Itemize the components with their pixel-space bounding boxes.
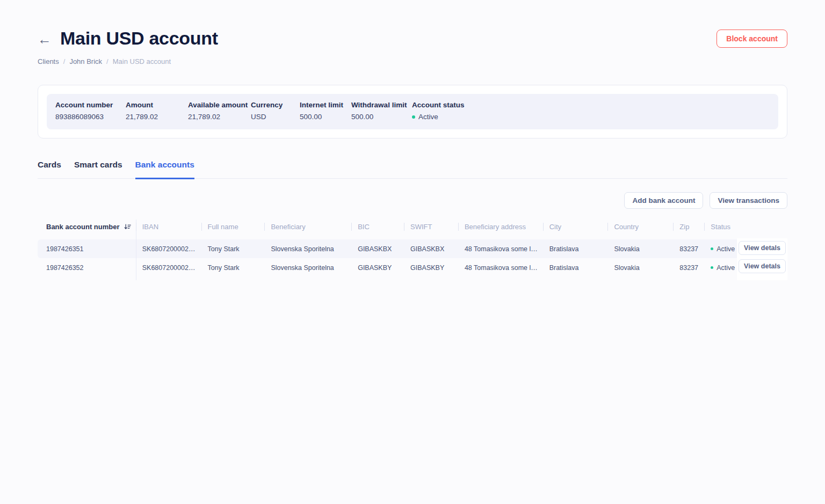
field-label: Account number: [55, 101, 126, 109]
add-bank-account-button[interactable]: Add bank account: [624, 192, 703, 209]
breadcrumb: Clients / John Brick / Main USD account: [38, 57, 787, 65]
field-value: 500.00: [351, 113, 412, 121]
table-header-row: Bank account number IBAN Full name Benef…: [38, 218, 787, 235]
account-detail-page: ← Main USD account Block account Clients…: [0, 28, 825, 277]
field-label: Amount: [126, 101, 188, 109]
cell-zip: 83237: [673, 245, 704, 253]
column-header-bic[interactable]: BIC: [351, 223, 404, 231]
field-value: USD: [251, 113, 300, 121]
field-value: 893886089063: [55, 113, 126, 121]
cell-beneficiary: Slovenska Sporitelna: [264, 264, 351, 272]
breadcrumb-clients[interactable]: Clients: [38, 57, 59, 65]
column-header-status[interactable]: Status: [704, 223, 787, 231]
account-summary-panel: Account number 893886089063 Amount 21,78…: [47, 94, 778, 129]
view-transactions-button[interactable]: View transactions: [710, 192, 787, 209]
column-header-beneficiary[interactable]: Beneficiary: [264, 223, 351, 231]
cell-country: Slovakia: [607, 264, 673, 272]
cell-bank-account-number: 1987426352: [38, 264, 136, 272]
cell-swift: GIBASKBX: [404, 245, 458, 253]
cell-bank-account-number: 1987426351: [38, 245, 136, 253]
field-value: 500.00: [300, 113, 351, 121]
column-header-city[interactable]: City: [543, 223, 608, 231]
cell-beneficiary-address: 48 Tomasikova some l…: [458, 264, 543, 272]
column-header-bank-account-number[interactable]: Bank account number: [38, 223, 136, 231]
column-header-swift[interactable]: SWIFT: [404, 223, 458, 231]
field-amount: Amount 21,789.02: [126, 101, 188, 121]
status-dot-icon: [412, 115, 415, 119]
cell-iban: SK6807200002…: [136, 264, 201, 272]
field-value: 21,789.02: [126, 113, 188, 121]
tab-cards[interactable]: Cards: [38, 160, 61, 179]
cell-swift: GIBASKBY: [404, 264, 458, 272]
cell-country: Slovakia: [607, 245, 673, 253]
field-available-amount: Available amount 21,789.02: [188, 101, 251, 121]
tab-smart-cards[interactable]: Smart cards: [74, 160, 122, 179]
table-row[interactable]: 1987426352 SK6807200002… Tony Stark Slov…: [38, 258, 787, 277]
field-currency: Currency USD: [251, 101, 300, 121]
page-header: ← Main USD account Block account: [38, 28, 787, 49]
table-body: 1987426351 SK6807200002… Tony Stark Slov…: [38, 239, 787, 277]
cell-city: Bratislava: [543, 245, 608, 253]
field-label: Account status: [412, 101, 465, 109]
field-withdrawal-limit: Withdrawal limit 500.00: [351, 101, 412, 121]
status-dot-icon: [711, 247, 713, 250]
field-label: Withdrawal limit: [351, 101, 412, 109]
field-label: Internet limit: [300, 101, 351, 109]
cell-full-name: Tony Stark: [201, 264, 265, 272]
status-badge: Active: [717, 245, 735, 253]
tab-bank-accounts[interactable]: Bank accounts: [135, 160, 194, 179]
page-title: Main USD account: [60, 28, 218, 49]
column-header-country[interactable]: Country: [607, 223, 673, 231]
field-account-number: Account number 893886089063: [55, 101, 126, 121]
table-row[interactable]: 1987426351 SK6807200002… Tony Stark Slov…: [38, 239, 787, 258]
column-header-beneficiary-address[interactable]: Beneficiary address: [458, 223, 543, 231]
field-label: Currency: [251, 101, 300, 109]
cell-full-name: Tony Stark: [201, 245, 265, 253]
field-label: Available amount: [188, 101, 251, 109]
column-header-full-name[interactable]: Full name: [201, 223, 265, 231]
cell-beneficiary-address: 48 Tomasikova some l…: [458, 245, 543, 253]
pinned-actions-column: View detals View detals: [737, 238, 787, 280]
block-account-button[interactable]: Block account: [717, 30, 787, 48]
cell-bic: GIBASKBX: [351, 245, 404, 253]
bank-accounts-table: Bank account number IBAN Full name Benef…: [38, 218, 787, 277]
field-value: 21,789.02: [188, 113, 251, 121]
account-summary-card: Account number 893886089063 Amount 21,78…: [38, 85, 787, 138]
sort-descending-icon[interactable]: [124, 223, 132, 231]
column-header-iban[interactable]: IBAN: [136, 223, 201, 231]
view-details-button[interactable]: View detals: [739, 241, 786, 255]
tab-bar: Cards Smart cards Bank accounts: [38, 160, 787, 179]
breadcrumb-separator: /: [63, 57, 66, 65]
column-label: Bank account number: [46, 223, 120, 231]
cell-city: Bratislava: [543, 264, 608, 272]
back-arrow-icon[interactable]: ←: [38, 31, 52, 46]
column-header-zip[interactable]: Zip: [673, 223, 704, 231]
field-account-status: Account status Active: [412, 101, 465, 121]
field-internet-limit: Internet limit 500.00: [300, 101, 351, 121]
table-toolbar: Add bank account View transactions: [38, 192, 787, 209]
status-dot-icon: [711, 266, 713, 269]
status-badge: Active: [418, 113, 438, 121]
status-badge: Active: [717, 264, 735, 272]
cell-iban: SK6807200002…: [136, 245, 201, 253]
breadcrumb-separator: /: [106, 57, 108, 65]
cell-zip: 83237: [673, 264, 704, 272]
breadcrumb-client-name[interactable]: John Brick: [69, 57, 102, 65]
cell-beneficiary: Slovenska Sporitelna: [264, 245, 351, 253]
view-details-button[interactable]: View detals: [739, 259, 786, 273]
cell-bic: GIBASKBY: [351, 264, 404, 272]
breadcrumb-current: Main USD account: [113, 57, 171, 65]
